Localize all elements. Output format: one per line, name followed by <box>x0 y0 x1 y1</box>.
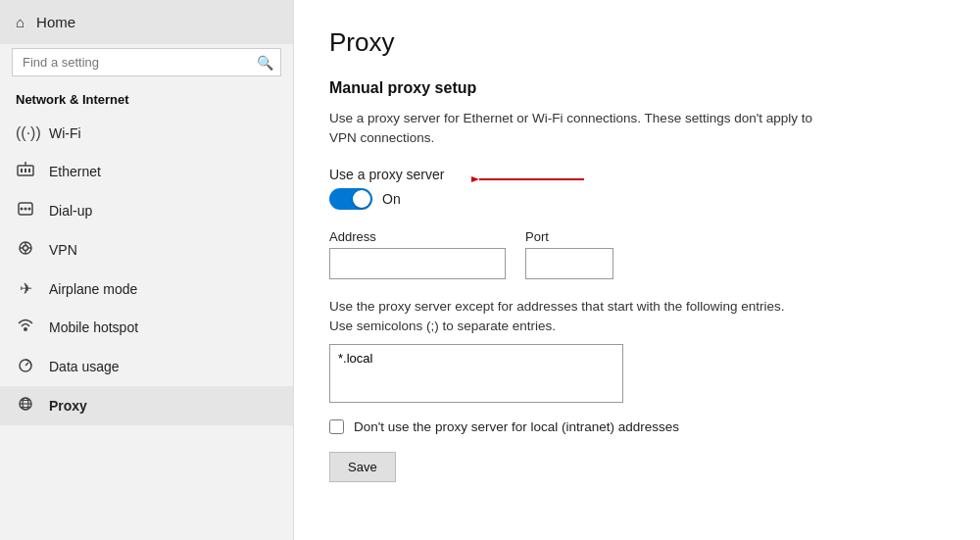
svg-point-8 <box>28 208 31 211</box>
search-box: 🔍 <box>12 48 281 76</box>
section-title: Manual proxy setup <box>329 79 945 97</box>
airplane-icon: ✈ <box>16 279 35 298</box>
svg-point-15 <box>24 327 27 331</box>
sidebar-item-dialup[interactable]: Dial-up <box>0 191 293 230</box>
svg-rect-2 <box>24 169 26 172</box>
sidebar-section-title: Network & Internet <box>0 86 293 115</box>
port-field-group: Port <box>525 229 613 279</box>
local-intranet-checkbox[interactable] <box>329 419 344 434</box>
sidebar-item-label: Data usage <box>49 359 120 374</box>
port-input[interactable] <box>525 248 613 279</box>
sidebar-item-label: Airplane mode <box>49 281 137 297</box>
proxy-icon <box>16 396 35 416</box>
sidebar-item-vpn[interactable]: VPN <box>0 230 293 270</box>
sidebar-item-proxy[interactable]: Proxy <box>0 386 293 425</box>
sidebar-item-airplane[interactable]: ✈ Airplane mode <box>0 270 293 308</box>
wifi-icon: ((·)) <box>16 124 35 142</box>
address-port-fields: Address Port <box>329 229 945 279</box>
proxy-server-label: Use a proxy server <box>329 167 444 182</box>
sidebar-home[interactable]: ⌂ Home <box>0 0 293 44</box>
proxy-server-row: Use a proxy server <box>329 167 945 182</box>
svg-rect-3 <box>28 169 30 172</box>
home-icon: ⌂ <box>16 14 24 30</box>
hotspot-icon <box>16 318 35 337</box>
toggle-row: On <box>329 188 945 210</box>
vpn-icon <box>16 240 35 260</box>
toggle-knob <box>353 190 370 208</box>
sidebar-item-datausage[interactable]: Data usage <box>0 347 293 386</box>
sidebar-item-label: VPN <box>49 242 77 258</box>
svg-point-6 <box>21 208 24 211</box>
address-label: Address <box>329 229 506 244</box>
svg-line-17 <box>25 363 28 366</box>
main-content: Proxy Manual proxy setup Use a proxy ser… <box>294 0 980 540</box>
svg-rect-1 <box>21 169 23 172</box>
sidebar-item-label: Ethernet <box>49 164 101 179</box>
sidebar: ⌂ Home 🔍 Network & Internet ((·)) Wi-Fi … <box>0 0 294 540</box>
local-intranet-checkbox-row: Don't use the proxy server for local (in… <box>329 419 945 434</box>
ethernet-icon <box>16 162 35 181</box>
home-label: Home <box>36 14 75 30</box>
page-title: Proxy <box>329 27 945 58</box>
sidebar-item-label: Wi-Fi <box>49 125 81 141</box>
sidebar-item-label: Dial-up <box>49 203 92 219</box>
svg-point-7 <box>24 208 27 211</box>
sidebar-item-hotspot[interactable]: Mobile hotspot <box>0 308 293 347</box>
proxy-description: Use a proxy server for Ethernet or Wi-Fi… <box>329 109 839 149</box>
sidebar-item-label: Mobile hotspot <box>49 319 138 335</box>
search-input[interactable] <box>12 48 281 76</box>
address-field-group: Address <box>329 229 506 279</box>
sidebar-item-label: Proxy <box>49 398 87 414</box>
exceptions-textarea[interactable]: *.local <box>329 344 623 403</box>
sidebar-item-wifi[interactable]: ((·)) Wi-Fi <box>0 115 293 152</box>
datausage-icon <box>16 357 35 376</box>
sidebar-item-ethernet[interactable]: Ethernet <box>0 152 293 191</box>
search-icon: 🔍 <box>257 55 273 71</box>
svg-point-10 <box>24 246 28 251</box>
address-input[interactable] <box>329 248 506 279</box>
port-label: Port <box>525 229 613 244</box>
toggle-label: On <box>382 191 401 207</box>
local-intranet-label: Don't use the proxy server for local (in… <box>354 419 679 434</box>
annotation-arrow-proxy-server <box>471 169 589 190</box>
dialup-icon <box>16 201 35 221</box>
proxy-toggle[interactable] <box>329 188 372 210</box>
exceptions-description: Use the proxy server except for addresse… <box>329 297 800 337</box>
save-button[interactable]: Save <box>329 452 396 482</box>
